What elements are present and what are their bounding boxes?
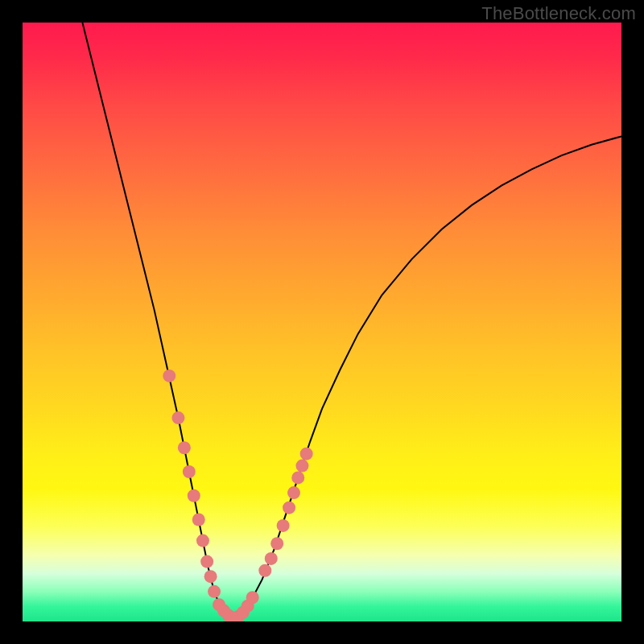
marker-dot [287,486,300,499]
marker-dot [183,465,196,478]
marker-dot [196,535,209,547]
marker-dot [270,537,283,550]
marker-dot [291,471,304,484]
marker-dot [283,502,295,514]
marker-dot [300,448,313,460]
marker-dot [178,441,191,454]
watermark-text: TheBottleneck.com [481,3,636,24]
marker-dot [163,369,175,382]
marker-dot [204,570,217,583]
marker-dot [265,552,278,565]
marker-dot [192,514,205,526]
marker-dot [188,489,200,502]
chart-svg [23,23,621,621]
marker-dot [208,585,221,598]
marker-dot [277,519,290,532]
plot-area [23,23,621,621]
series-markers [163,369,312,621]
marker-dot [171,411,184,424]
marker-dot [200,555,213,568]
marker-dot [295,460,308,473]
chart-frame: TheBottleneck.com [0,0,644,644]
marker-dot [258,564,271,577]
marker-dot [246,591,259,604]
series-curve [82,23,621,618]
